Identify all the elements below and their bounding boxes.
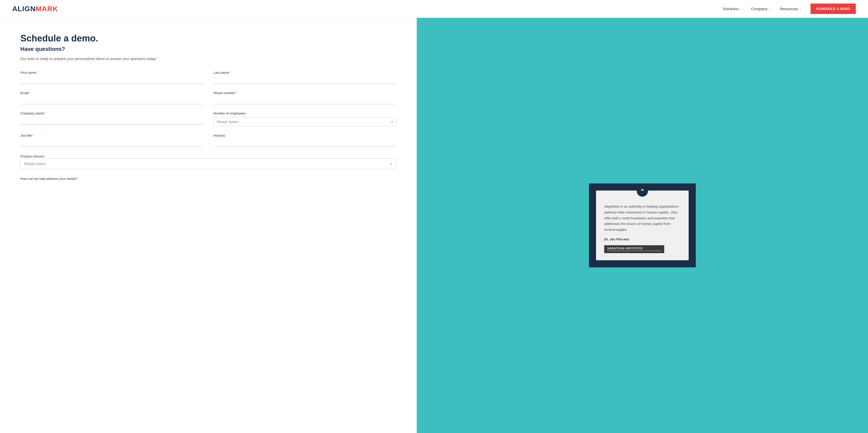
chevron-down-icon: ⌄ — [799, 7, 801, 10]
form-title: Schedule a demo. — [20, 33, 396, 44]
company-group: Company name* — [20, 112, 203, 126]
nav-solutions[interactable]: Solutions ⌄ — [723, 7, 742, 11]
demo-form: First name* Last name* Email* — [20, 71, 396, 181]
product-interest-label: Product Interest * — [20, 154, 46, 158]
phone-input[interactable] — [213, 97, 396, 104]
last-name-group: Last name* — [213, 71, 396, 84]
industry-label: Industry — [213, 133, 396, 137]
logo-mark: MARK — [36, 5, 58, 13]
quote-icon: ❝ — [641, 188, 644, 194]
job-title-group: Job title* — [20, 133, 203, 147]
quote-icon-wrap: ❝ — [637, 185, 648, 197]
company-input[interactable] — [20, 117, 203, 125]
required-star: * — [44, 154, 46, 158]
form-description: Our team is ready to prepare your person… — [20, 56, 396, 62]
testimonial-quote: AlignMark is an authority in helping org… — [604, 204, 681, 233]
job-title-input[interactable] — [20, 140, 203, 147]
employees-select[interactable]: Please Select 1-50 51-200 201-500 501-10… — [213, 117, 396, 126]
testimonial-card-outer: ❝ AlignMark is an authority in helping o… — [589, 183, 696, 268]
required-star: * — [29, 91, 30, 95]
employees-select-wrapper: Please Select 1-50 51-200 201-500 501-10… — [213, 117, 396, 126]
industry-group: Industry — [213, 133, 396, 147]
form-subtitle: Have questions? — [20, 46, 396, 53]
how-help-label: How can we help address your needs? — [20, 177, 78, 181]
first-name-group: First name* — [20, 71, 203, 84]
how-help-group: How can we help address your needs? — [20, 176, 396, 181]
teal-panel: ❝ AlignMark is an authority in helping o… — [417, 18, 868, 433]
last-name-input[interactable] — [213, 76, 396, 84]
email-phone-row: Email* Phone number* — [20, 91, 396, 104]
page-body: Schedule a demo. Have questions? Our tea… — [0, 18, 868, 433]
last-name-label: Last name* — [213, 71, 396, 74]
phone-label: Phone number* — [213, 91, 396, 95]
testimonial-author: Dr. Jac Fitz-enz — [604, 237, 681, 241]
product-select-wrapper: Please Select Assessment 360 Feedback AT… — [20, 158, 396, 169]
chevron-down-icon: ⌄ — [769, 7, 771, 10]
logo-align: ALIGN — [12, 5, 36, 13]
required-star: * — [44, 112, 45, 115]
product-interest-select[interactable]: Please Select Assessment 360 Feedback AT… — [21, 159, 396, 169]
product-interest-group: Product Interest * Please Select Assessm… — [20, 154, 396, 169]
company-employees-row: Company name* Number of employees Please… — [20, 112, 396, 126]
first-name-input[interactable] — [20, 76, 203, 84]
nav-company[interactable]: Company ⌄ — [751, 7, 771, 11]
nav-links: Solutions ⌄ Company ⌄ Resources ⌄ SCHEDU… — [723, 4, 856, 14]
first-name-label: First name* — [20, 71, 203, 74]
saratoga-logo: SARATOGA INSTITUTE a PricewaterhouseCoop… — [604, 245, 664, 253]
nav-resources[interactable]: Resources ⌄ — [780, 7, 802, 11]
industry-input[interactable] — [213, 140, 396, 147]
required-star: * — [36, 71, 37, 74]
navigation: ALIGNMARK Solutions ⌄ Company ⌄ Resource… — [0, 0, 868, 18]
company-label: Company name* — [20, 112, 203, 115]
form-panel: Schedule a demo. Have questions? Our tea… — [0, 18, 417, 433]
email-label: Email* — [20, 91, 203, 95]
employees-label: Number of employees — [213, 112, 396, 115]
testimonial-card-inner: ❝ AlignMark is an authority in helping o… — [596, 190, 689, 260]
required-star: * — [32, 133, 33, 137]
required-star: * — [229, 71, 230, 74]
job-industry-row: Job title* Industry — [20, 133, 396, 147]
chevron-down-icon: ⌄ — [740, 7, 742, 10]
logo[interactable]: ALIGNMARK — [12, 5, 58, 13]
employees-group: Number of employees Please Select 1-50 5… — [213, 112, 396, 126]
email-input[interactable] — [20, 97, 203, 104]
email-group: Email* — [20, 91, 203, 104]
job-title-label: Job title* — [20, 133, 203, 137]
name-row: First name* Last name* — [20, 71, 396, 84]
schedule-demo-button[interactable]: SCHEDULE A DEMO — [810, 4, 856, 14]
required-star: * — [235, 91, 236, 95]
saratoga-sub: a PricewaterhouseCoopers Human Resource … — [607, 250, 661, 252]
phone-group: Phone number* — [213, 91, 396, 104]
